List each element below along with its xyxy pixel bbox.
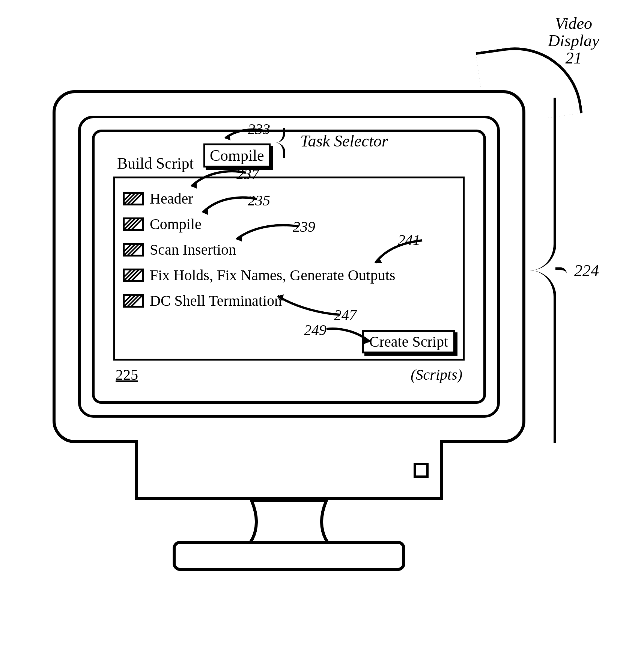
hatch-box-icon <box>123 217 144 231</box>
callout-241: 241 <box>398 231 420 249</box>
callout-video-display-text: Video Display 21 <box>548 14 599 67</box>
list-item-label: DC Shell Termination <box>150 293 282 309</box>
hatch-box-icon <box>123 269 144 282</box>
callout-239: 239 <box>293 218 315 235</box>
callout-247: 247 <box>334 306 357 324</box>
script-items-panel: Header Compile Scan Insertion <box>113 177 465 361</box>
callout-233: 233 <box>248 120 270 138</box>
build-script-label: Build Script <box>117 155 194 172</box>
screen: Build Script Compile Header Comp <box>92 130 486 404</box>
hatch-box-icon <box>123 243 144 257</box>
monitor-bezel-outer: Build Script Compile Header Comp <box>53 90 525 443</box>
list-item-label: Scan Insertion <box>150 241 236 258</box>
monitor-base <box>135 440 443 500</box>
screen-footer: 225 (Scripts) <box>113 364 465 387</box>
callout-task-selector: Task Selector <box>300 131 388 151</box>
list-item[interactable]: Header <box>123 186 455 211</box>
list-item-label: Header <box>150 190 193 207</box>
monitor-foot <box>173 541 405 571</box>
brace-224-tip <box>555 267 567 273</box>
list-item-label: Fix Holds, Fix Names, Generate Outputs <box>150 267 395 284</box>
callout-video-display: Video Display 21 <box>548 15 599 67</box>
diagram-stage: Video Display 21 Build Script Compile He… <box>15 15 629 640</box>
brace-224-lower <box>530 270 556 443</box>
callout-237: 237 <box>236 165 259 183</box>
compile-button[interactable]: Compile <box>203 143 271 168</box>
create-script-button[interactable]: Create Script <box>362 330 455 353</box>
monitor-bezel-inner: Build Script Compile Header Comp <box>78 116 500 418</box>
callout-235: 235 <box>248 192 270 209</box>
callout-249: 249 <box>304 321 327 339</box>
brace-224-upper <box>530 98 556 270</box>
footer-scripts-label: (Scripts) <box>411 367 462 383</box>
list-item-label: Compile <box>150 216 202 232</box>
leader-239 <box>236 223 300 244</box>
monitor-stand-neck <box>248 500 330 545</box>
title-row: Build Script Compile <box>113 143 465 174</box>
callout-224: 224 <box>574 261 599 280</box>
power-button-icon <box>414 463 429 478</box>
footer-ref-225: 225 <box>116 367 138 383</box>
hatch-box-icon <box>123 294 144 308</box>
leader-249 <box>327 327 372 346</box>
hatch-box-icon <box>123 192 144 205</box>
leader-247 <box>278 293 342 319</box>
